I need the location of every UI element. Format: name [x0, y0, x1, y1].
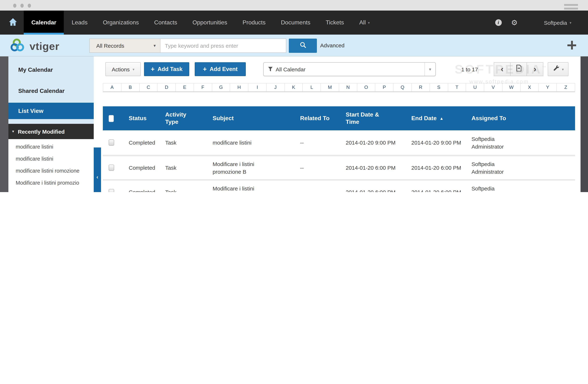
row-checkbox[interactable]	[109, 139, 114, 146]
header-checkbox-cell	[103, 106, 126, 130]
prev-page-button[interactable]: ‹	[494, 62, 510, 76]
sidebar-item-my-calendar[interactable]: My Calendar	[8, 64, 94, 75]
info-icon[interactable]: i	[495, 19, 502, 26]
alphabet-filter[interactable]: Z	[557, 83, 575, 91]
nav-tab[interactable]: Organizations	[95, 11, 147, 35]
alphabet-filter[interactable]: E	[176, 83, 194, 91]
nav-tab[interactable]: Opportunities	[185, 11, 235, 35]
sidebar-section-recently-modified[interactable]: ▼ Recently Modified	[8, 124, 94, 139]
nav-tab[interactable]: Tickets	[318, 11, 352, 35]
nav-tab[interactable]: Leads	[64, 11, 95, 35]
alphabet-filter[interactable]: Y	[539, 83, 557, 91]
main-content: Actions ▾ + Add Task + Add Event All Cal…	[94, 57, 581, 192]
add-task-button[interactable]: + Add Task	[144, 62, 189, 76]
table-row[interactable]: Completed Task Modificare i listini prom…	[103, 155, 575, 179]
column-header-subject[interactable]: Subject	[210, 106, 297, 130]
alphabet-filter[interactable]: O	[357, 83, 376, 91]
search-input[interactable]	[160, 39, 286, 52]
calendar-filter-select[interactable]: All Calendar ▼	[263, 62, 436, 76]
alphabet-filter[interactable]: H	[230, 83, 249, 91]
column-header-end-date[interactable]: End Date ▲	[408, 106, 469, 130]
search-scope-select[interactable]: All Records ▼	[90, 39, 160, 52]
window-dot	[28, 4, 31, 8]
recently-modified-item[interactable]: modificare listini	[8, 141, 94, 153]
nav-tab[interactable]: Products	[235, 11, 273, 35]
nav-tab-label: Products	[243, 19, 266, 26]
filter-value: All Calendar	[276, 66, 424, 72]
recently-modified-item[interactable]: modificare listini	[8, 153, 94, 165]
actions-button[interactable]: Actions ▾	[105, 62, 141, 76]
next-page-button[interactable]: ›	[526, 62, 543, 76]
row-checkbox-cell	[103, 156, 126, 179]
search-button[interactable]	[289, 38, 317, 53]
column-header-assigned-to[interactable]: Assigned To	[469, 106, 575, 130]
cell-activity-type: Task	[165, 139, 176, 146]
alphabet-filter[interactable]: F	[194, 83, 212, 91]
page-jump-icon	[515, 64, 522, 74]
recently-modified-item[interactable]: Modificare i listini promozio	[8, 189, 94, 192]
sidebar-item-shared-calendar[interactable]: Shared Calendar	[8, 86, 94, 96]
alphabet-filter[interactable]: K	[285, 83, 303, 91]
alphabet-filter[interactable]: W	[503, 83, 521, 91]
alphabet-filter[interactable]: X	[521, 83, 539, 91]
cell-end-date: 2014-01-20 6:00 PM	[411, 188, 461, 192]
add-event-button[interactable]: + Add Event	[195, 62, 246, 76]
list-settings-button[interactable]: ▾	[548, 62, 568, 76]
alphabet-filter[interactable]: Q	[394, 83, 412, 91]
alphabet-filter[interactable]: N	[339, 83, 357, 91]
nav-tab[interactable]: Contacts	[147, 11, 185, 35]
nav-tab[interactable]: Documents	[273, 11, 318, 35]
alphabet-filter[interactable]: V	[484, 83, 503, 91]
cell-status: Completed	[129, 164, 155, 172]
triangle-down-icon: ▼	[8, 130, 18, 133]
alphabet-filter[interactable]: P	[376, 83, 394, 91]
nav-home[interactable]	[0, 11, 24, 35]
recently-modified-item[interactable]: modificare listini romozione	[8, 165, 94, 177]
column-header-related-to[interactable]: Related To	[297, 106, 343, 130]
sidebar: My Calendar Shared Calendar List View ▼ …	[8, 57, 94, 192]
alphabet-filter[interactable]: U	[466, 83, 484, 91]
vtiger-logo: vtiger	[10, 38, 60, 55]
sidebar-collapse-handle[interactable]: ‹	[94, 148, 101, 192]
cell-related-to: --	[300, 164, 304, 172]
alphabet-filter[interactable]: L	[303, 83, 321, 91]
cell-related-to: --	[300, 188, 304, 192]
column-header-start-date[interactable]: Start Date & Time	[343, 106, 408, 130]
vtiger-logo-icon	[10, 38, 27, 55]
nav-tab[interactable]: Calendar	[24, 11, 64, 35]
cell-end-date: 2014-01-20 6:00 PM	[411, 164, 461, 172]
search-scope-value: All Records	[96, 43, 153, 49]
caret-down-icon: ▼	[424, 63, 435, 76]
row-checkbox-cell	[103, 181, 126, 192]
alphabet-filter[interactable]: I	[248, 83, 267, 91]
nav-tab[interactable]: All ▾	[352, 11, 378, 35]
sort-asc-icon: ▲	[440, 115, 444, 122]
column-header-activity-type[interactable]: Activity Type	[162, 106, 210, 130]
sidebar-item-list-view[interactable]: List View	[8, 103, 94, 119]
alphabet-filter[interactable]: A	[103, 83, 121, 91]
alphabet-filter[interactable]: R	[412, 83, 430, 91]
user-menu[interactable]: Softpedia ▾	[544, 19, 571, 26]
alphabet-filter[interactable]: S	[430, 83, 448, 91]
alphabet-filter[interactable]: C	[140, 83, 158, 91]
quick-create-plus-icon[interactable]	[567, 41, 576, 50]
recently-modified-item[interactable]: Modificare i listini promozio	[8, 177, 94, 189]
alphabet-filter[interactable]: J	[267, 83, 285, 91]
alphabet-filter-row: A B C D E F G H I J K L	[103, 83, 575, 92]
actions-button-label: Actions	[112, 66, 130, 72]
nav-tab-label: Calendar	[31, 19, 56, 26]
gear-icon[interactable]: ⚙	[511, 19, 518, 26]
alphabet-filter[interactable]: B	[121, 83, 140, 91]
alphabet-filter[interactable]: G	[212, 83, 230, 91]
table-row[interactable]: Completed Task Modificare i listini prom…	[103, 179, 575, 192]
advanced-search-link[interactable]: Advanced	[320, 42, 344, 48]
alphabet-filter[interactable]: D	[158, 83, 176, 91]
select-all-checkbox[interactable]	[109, 115, 114, 122]
row-checkbox[interactable]	[109, 189, 114, 192]
column-header-status[interactable]: Status	[126, 106, 162, 130]
alphabet-filter[interactable]: M	[321, 83, 339, 91]
page-jump-button[interactable]	[510, 62, 527, 76]
table-row[interactable]: Completed Task modificare listini -- 201…	[103, 130, 575, 155]
row-checkbox[interactable]	[109, 165, 114, 171]
alphabet-filter[interactable]: T	[448, 83, 466, 91]
